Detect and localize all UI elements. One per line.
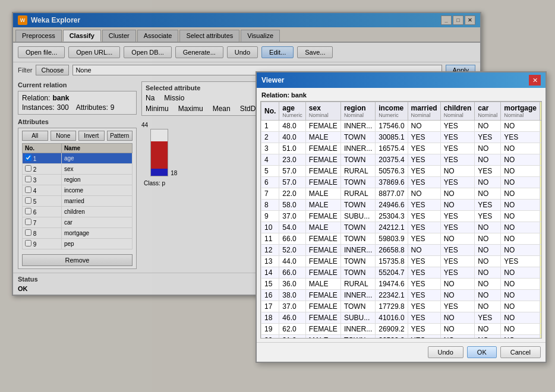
table-cell: YES <box>408 200 440 211</box>
table-cell: 52.0 <box>279 245 306 256</box>
table-cell: TOWN <box>340 132 375 143</box>
table-cell: FEMALE <box>305 211 340 222</box>
table-cell: NO <box>475 143 501 154</box>
table-row[interactable]: 1054.0MALETOWN24212.1YESYESNONOYES <box>261 222 543 233</box>
table-cell: 37.0 <box>279 211 306 222</box>
table-cell: NO <box>475 222 501 233</box>
table-cell: 11 <box>261 233 279 245</box>
table-cell: 6 <box>261 177 279 188</box>
table-row[interactable]: 1737.0FEMALETOWN17729.8YESYESNONOYES <box>261 301 543 308</box>
table-cell: TOWN <box>340 301 375 308</box>
table-row[interactable]: 351.0FEMALEINNER...16575.4YESYESNONONO <box>261 143 543 154</box>
dialog-close-button[interactable]: ✕ <box>529 75 541 86</box>
table-cell: 9 <box>261 211 279 222</box>
dialog-overlay: Viewer ✕ Relation: bank No.ageNumericsex… <box>0 0 555 308</box>
table-cell: TOWN <box>340 267 375 279</box>
table-cell: TOWN <box>340 200 375 211</box>
table-cell: YES <box>440 301 475 308</box>
table-cell: TOWN <box>340 256 375 267</box>
table-cell: YES <box>475 166 501 177</box>
table-cell: YES <box>408 256 440 267</box>
table-cell: 57.0 <box>279 177 306 188</box>
table-cell: INNER... <box>340 121 375 132</box>
table-row[interactable]: 423.0FEMALETOWN20375.4YESYESNONONO <box>261 154 543 166</box>
table-cell: YES <box>501 256 540 267</box>
viewer-col-header: carNominal <box>475 102 501 121</box>
table-cell: TOWN <box>340 154 375 166</box>
table-row[interactable]: 557.0FEMALERURAL50576.3YESNOYESNONO <box>261 166 543 177</box>
table-cell: TOWN <box>340 177 375 188</box>
table-cell: NO <box>475 177 501 188</box>
table-cell: 4 <box>261 154 279 166</box>
table-cell: 44.0 <box>279 256 306 267</box>
table-cell: FEMALE <box>305 177 340 188</box>
table-cell: SUBU... <box>340 211 375 222</box>
table-cell: 50576.3 <box>376 166 408 177</box>
table-row[interactable]: 1638.0FEMALEINNER...22342.1YESNONONONO <box>261 290 543 301</box>
table-cell: 1 <box>261 121 279 132</box>
table-cell: MALE <box>305 200 340 211</box>
table-cell: 15735.8 <box>376 256 408 267</box>
table-cell: YES <box>440 222 475 233</box>
table-cell: RURAL <box>340 188 375 200</box>
table-cell: YES <box>540 301 542 308</box>
table-cell: 17729.8 <box>376 301 408 308</box>
table-row[interactable]: 148.0FEMALEINNER...17546.0NOYESNONOYES <box>261 121 543 132</box>
table-cell: YES <box>540 256 542 267</box>
table-cell: YES <box>408 154 440 166</box>
table-cell: 8 <box>261 200 279 211</box>
table-cell: NO <box>501 233 540 245</box>
table-cell: TOWN <box>340 222 375 233</box>
table-cell: NO <box>501 166 540 177</box>
table-cell: YES <box>540 222 542 233</box>
table-cell: TOWN <box>340 233 375 245</box>
table-cell: 17546.0 <box>376 121 408 132</box>
table-cell: 22.0 <box>279 188 306 200</box>
table-cell: 59803.9 <box>376 233 408 245</box>
table-cell: NO <box>475 267 501 279</box>
table-cell: FEMALE <box>305 233 340 245</box>
table-cell: YES <box>408 290 440 301</box>
table-cell: NO <box>501 143 540 154</box>
table-cell: NO <box>408 121 440 132</box>
table-row[interactable]: 722.0MALERURAL8877.07NONONONOYES <box>261 188 543 200</box>
data-table-container[interactable]: No.ageNumericsexNominalregionNominalinco… <box>260 101 542 308</box>
table-cell: NO <box>540 166 542 177</box>
table-cell: NO <box>475 154 501 166</box>
table-row[interactable]: 1166.0FEMALETOWN59803.9YESNONONONO <box>261 233 543 245</box>
table-cell: 19474.6 <box>376 279 408 290</box>
table-row[interactable]: 657.0FEMALETOWN37869.6YESYESNONOYES <box>261 177 543 188</box>
table-row[interactable]: 858.0MALETOWN24946.6YESNOYESNONO <box>261 200 543 211</box>
table-cell: 24212.1 <box>376 222 408 233</box>
table-cell: NO <box>475 121 501 132</box>
table-cell: NO <box>440 279 475 290</box>
table-cell: FEMALE <box>305 267 340 279</box>
table-row[interactable]: 240.0MALETOWN30085.1YESYESYESYESNO <box>261 132 543 143</box>
table-cell: YES <box>540 245 542 256</box>
table-cell: RURAL <box>340 166 375 177</box>
table-row[interactable]: 937.0FEMALESUBU...25304.3YESYESYESNONO <box>261 211 543 222</box>
table-row[interactable]: 1344.0FEMALETOWN15735.8YESYESNOYESYES <box>261 256 543 267</box>
table-row[interactable]: 1252.0FEMALEINNER...26658.8NOYESNONOYES <box>261 245 543 256</box>
table-cell: FEMALE <box>305 121 340 132</box>
table-cell: NO <box>501 222 540 233</box>
viewer-col-header: No. <box>261 102 279 121</box>
table-cell: YES <box>475 200 501 211</box>
table-cell: YES <box>408 166 440 177</box>
table-row[interactable]: 1536.0MALERURAL19474.6YESNONONOYES <box>261 279 543 290</box>
table-cell: YES <box>540 177 542 188</box>
dialog-title-bar: Viewer ✕ <box>257 72 545 88</box>
table-cell: RURAL <box>340 279 375 290</box>
table-row[interactable]: 1466.0FEMALETOWN55204.7YESYESNONOYES <box>261 267 543 279</box>
table-cell: NO <box>408 245 440 256</box>
table-cell: YES <box>408 177 440 188</box>
table-cell: YES <box>540 188 542 200</box>
table-cell: NO <box>501 121 540 132</box>
table-cell: 23.0 <box>279 154 306 166</box>
table-cell: YES <box>408 132 440 143</box>
table-cell: 16575.4 <box>376 143 408 154</box>
table-cell: 48.0 <box>279 121 306 132</box>
table-cell: NO <box>501 188 540 200</box>
table-cell: YES <box>440 121 475 132</box>
table-cell: NO <box>501 279 540 290</box>
